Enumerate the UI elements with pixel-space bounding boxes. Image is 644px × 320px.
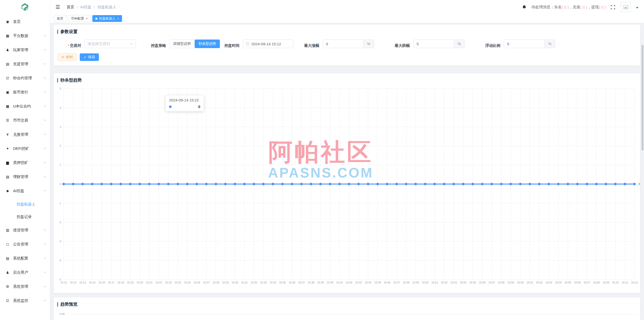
svg-text:15:29: 15:29 [222,281,229,284]
svg-text:-3: -3 [59,240,61,243]
chevron-down-icon [43,62,46,65]
svg-text:15:49: 15:49 [412,281,419,284]
required-mark: * [68,43,69,48]
max-fall-input[interactable] [414,40,454,48]
sidebar-item[interactable]: ♟ 后台用户 [0,265,50,279]
bell-icon[interactable] [522,5,527,9]
sidebar-item-label: 借贷管理 [13,228,28,233]
sidebar-item[interactable]: ▆ 质押挖矿 [0,156,50,170]
svg-text:15:14: 15:14 [79,281,86,284]
svg-text:15:39: 15:39 [317,281,324,284]
float-ratio-input[interactable] [504,40,544,48]
svg-text:15:36: 15:36 [289,281,295,284]
svg-text:15:45: 15:45 [374,281,381,284]
withdraw-count: ( 0 ) [599,5,606,9]
tab-close-icon[interactable]: × [117,17,119,20]
chevron-down-icon [43,270,46,273]
sidebar-item[interactable]: ⚙ 系统管理 [0,279,50,294]
svg-text:15:46: 15:46 [384,281,390,284]
strategy-follow-button[interactable]: 跟随型趋势 [170,40,195,48]
sidebar-item-icon: ☰ [5,118,10,122]
max-rise-input[interactable] [323,40,363,48]
sidebar-item[interactable]: ◉ 首页 [0,15,50,29]
sidebar-item-label: 系统配置 [13,256,28,261]
strategy-kill-button[interactable]: 秒杀型趋势 [195,40,220,48]
sidebar-item[interactable]: ♟ 玩家管理 [0,43,50,57]
svg-text:15:44: 15:44 [365,281,371,284]
tab-label: 币种配置 [71,16,84,21]
strategy-toggle: 跟随型趋势 秒杀型趋势 [170,40,220,48]
collapse-menu-icon[interactable]: ☰ [56,4,60,10]
max-fall-label: 最大跌幅 [394,41,410,50]
deposit-count: ( 0 ) [581,5,587,9]
sidebar-item[interactable]: ▥ 借贷管理 [0,223,50,237]
sidebar-item-label: 后台用户 [13,270,28,275]
sidebar-item[interactable]: 控盘记录 [0,210,50,223]
svg-text:16:00: 16:00 [517,281,524,284]
sidebar-item-icon: ◻ [5,242,10,246]
sidebar-item[interactable]: ☻ AI控盘 [0,184,50,198]
tab-close-icon[interactable]: × [86,17,88,20]
breadcrumb-home[interactable]: 首页 [67,5,74,10]
time-picker[interactable]: 2024-09-14 15:12 [243,40,293,48]
sidebar-item[interactable]: ▤ 充提管理 [0,57,50,71]
sidebar-item[interactable]: ☑ 系统监控 [0,294,50,308]
params-card: 参数设置 *交易对 请选择交易对 控盘策略 跟随型趋势 秒杀型趋势 控盘时间 2… [54,25,640,66]
svg-text:15:28: 15:28 [213,281,219,284]
svg-text:15:19: 15:19 [127,281,134,284]
svg-text:15:13: 15:13 [70,281,76,284]
svg-text:15:22: 15:22 [155,281,162,284]
sidebar-item-label: 兑换管理 [13,132,28,137]
sidebar-item[interactable]: ▤ 理财管理 [0,170,50,184]
svg-text:15:43: 15:43 [355,281,362,284]
sidebar-item[interactable]: ▤ 系统配置 [0,251,50,265]
tab[interactable]: 币种配置 × [68,15,91,22]
time-value: 2024-09-14 15:12 [251,42,281,46]
sidebar-item[interactable]: ☰ 币币交易 [0,113,50,127]
sidebar-item[interactable]: ▩ U本位合约 [0,99,50,113]
avatar[interactable] [621,2,631,12]
tooltip-datetime: 2024-09-14 15:22 [169,98,200,102]
svg-text:15:17: 15:17 [108,281,114,284]
logo-icon [20,3,30,12]
fullscreen-icon[interactable] [611,5,615,10]
scrollbar-thumb[interactable] [641,45,643,151]
svg-text:15:40: 15:40 [327,281,333,284]
sidebar-item[interactable]: ✦ DEFI挖矿 [0,141,50,156]
sidebar-item[interactable]: ▣ 新币发行 [0,85,50,99]
sidebar-item[interactable]: ¥ 兑换管理 [0,127,50,141]
pending-label: 待处理消息：实名 [532,5,562,10]
sidebar-item-label: 质押挖矿 [13,160,28,165]
chevron-down-icon [43,242,46,245]
save-button[interactable]: ✓ 保存 [80,53,99,61]
sidebar-item[interactable]: ▦ 平台数据 [0,29,50,43]
svg-text:15:20: 15:20 [136,281,143,284]
chevron-down-icon [43,90,46,93]
percent-suffix: % [363,40,374,48]
chevron-down-icon [43,256,46,259]
max-rise-label: 最大涨幅 [303,41,319,50]
chevron-down-icon[interactable] [636,7,638,9]
trend-chart[interactable]: 15:1215:1315:1415:1515:1615:1715:1815:19… [54,84,640,288]
sidebar-item[interactable]: ◻ 公告管理 [0,237,50,251]
sidebar-item[interactable]: 控盘机器人 [0,198,50,210]
trend-chart-title: 秒杀型趋势 [60,77,82,83]
svg-text:15:55: 15:55 [469,281,476,284]
svg-text:15:21: 15:21 [146,281,152,284]
float-ratio-label: 浮动比例 [484,41,500,50]
sidebar-item[interactable]: ☑ 秒合约管理 [0,71,50,85]
app-logo[interactable] [0,0,50,15]
sidebar-item-label: 秒合约管理 [13,76,32,81]
svg-text:15:15: 15:15 [89,281,95,284]
preview-title: 趋势预览 [60,301,77,307]
breadcrumb-ai[interactable]: AI控盘 [80,5,91,10]
svg-text:15:23: 15:23 [165,281,172,284]
sidebar-item-label: 新币发行 [13,90,28,95]
sidebar-item-label: 首页 [13,19,21,24]
tab[interactable]: 首页 × [54,15,66,22]
tab[interactable]: 控盘机器人 × [92,15,122,22]
sidebar-item-label: 控盘机器人 [17,202,35,207]
pair-select[interactable]: 请选择交易对 [84,40,136,48]
svg-text:15:48: 15:48 [403,281,409,284]
draw-button[interactable]: ✎ 绘制 [58,53,77,61]
